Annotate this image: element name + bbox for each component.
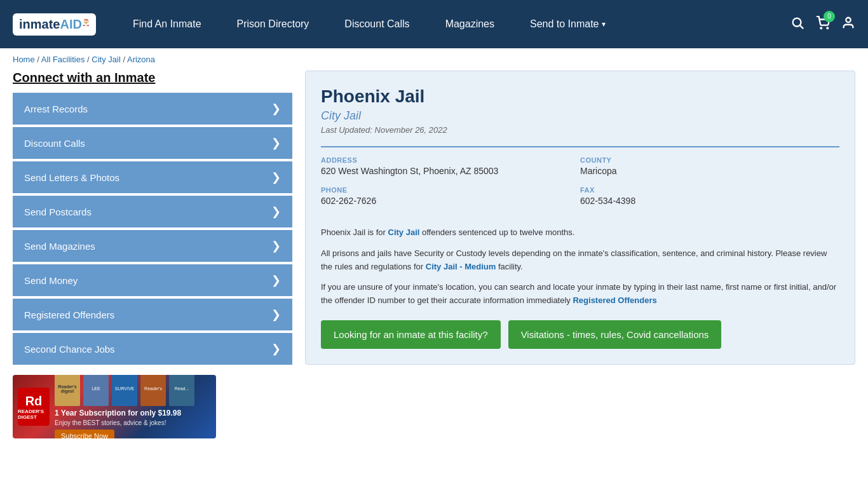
facility-updated: Last Updated: November 26, 2022 [321,125,839,135]
nav-discount-calls[interactable]: Discount Calls [327,18,427,30]
phone-label: PHONE [321,186,580,194]
chevron-right-icon: ❯ [271,308,281,322]
nav-send-to-inmate[interactable]: Send to Inmate ▾ [512,18,623,30]
address-label: ADDRESS [321,156,580,164]
find-inmate-button[interactable]: Looking for an inmate at this facility? [321,320,501,349]
facility-info-grid: ADDRESS 620 West Washington St, Phoenix,… [321,146,839,216]
sidebar-menu: Arrest Records ❯ Discount Calls ❯ Send L… [13,93,292,365]
nav-links: Find An Inmate Prison Directory Discount… [115,18,790,30]
description-1: Phoenix Jail is for City Jail offenders … [321,226,839,240]
svg-point-0 [793,18,801,26]
cart-button[interactable]: 0 [816,16,830,33]
chevron-right-icon: ❯ [271,342,281,356]
fax-label: FAX [580,186,839,194]
ad-logo-text: Rd [25,394,43,409]
breadcrumb-all-facilities[interactable]: All Facilities [41,55,85,64]
ad-subline: Enjoy the BEST stories, advice & jokes! [55,419,211,426]
sidebar-item-discount-calls[interactable]: Discount Calls ❯ [13,127,292,159]
phone-value: 602-262-7626 [321,196,580,206]
nav-find-inmate[interactable]: Find An Inmate [115,18,219,30]
ad-headline: 1 Year Subscription for only $19.98 [55,409,211,417]
chevron-right-icon: ❯ [271,273,281,287]
sidebar-item-send-letters-photos[interactable]: Send Letters & Photos ❯ [13,161,292,193]
svg-point-4 [846,17,850,22]
account-button[interactable] [841,16,855,33]
chevron-right-icon: ❯ [271,205,281,219]
registered-offenders-link[interactable]: Registered Offenders [573,295,656,305]
chevron-right-icon: ❯ [271,239,281,253]
ad-logo: Rd READER'S DIGEST [18,388,50,426]
facility-card: Phoenix Jail City Jail Last Updated: Nov… [305,71,855,365]
search-button[interactable] [790,16,804,33]
sidebar: Connect with an Inmate Arrest Records ❯ … [13,71,292,438]
ad-banner: Rd READER'S DIGEST Reader's digest LEE S… [13,375,216,438]
sidebar-item-arrest-records[interactable]: Arrest Records ❯ [13,93,292,125]
sidebar-item-second-chance-jobs[interactable]: Second Chance Jobs ❯ [13,333,292,365]
facility-name: Phoenix Jail [321,86,839,107]
breadcrumb-arizona[interactable]: Arizona [127,55,155,64]
santa-hat-icon: 🎅 [82,19,90,26]
fax-value: 602-534-4398 [580,196,839,206]
sidebar-item-send-money[interactable]: Send Money ❯ [13,264,292,296]
visitations-button[interactable]: Visitations - times, rules, Covid cancel… [508,320,722,349]
chevron-right-icon: ❯ [271,136,281,150]
action-buttons: Looking for an inmate at this facility? … [321,320,839,349]
county-value: Maricopa [580,166,839,176]
address-section: ADDRESS 620 West Washington St, Phoenix,… [321,156,580,176]
address-value: 620 West Washington St, Phoenix, AZ 8500… [321,166,580,176]
ad-subscribe-button[interactable]: Subscribe Now [55,430,114,438]
nav-prison-directory[interactable]: Prison Directory [219,18,327,30]
facility-type: City Jail [321,109,839,123]
nav-icons: 0 [790,16,855,33]
chevron-right-icon: ❯ [271,102,281,116]
main-container: Connect with an Inmate Arrest Records ❯ … [0,71,868,438]
breadcrumb-city-jail[interactable]: City Jail [92,55,121,64]
connect-title: Connect with an Inmate [13,71,292,85]
svg-line-1 [800,25,803,29]
nav-magazines[interactable]: Magazines [428,18,512,30]
svg-point-2 [820,27,822,29]
svg-point-3 [827,27,828,29]
ad-logo-small: READER'S DIGEST [18,409,50,420]
logo-text: inmateAID🎅 [19,17,90,32]
logo-box: inmateAID🎅 [13,13,96,36]
description-2: All prisons and jails have Security or C… [321,247,839,274]
navbar: inmateAID🎅 Find An Inmate Prison Directo… [0,0,868,48]
breadcrumb-home[interactable]: Home [13,55,35,64]
sidebar-item-registered-offenders[interactable]: Registered Offenders ❯ [13,299,292,330]
content-area: Phoenix Jail City Jail Last Updated: Nov… [305,71,855,438]
city-jail-link-1[interactable]: City Jail [388,227,420,237]
cart-badge: 0 [824,11,835,22]
breadcrumb: Home / All Facilities / City Jail / Ariz… [0,48,868,71]
county-section: COUNTY Maricopa [580,156,839,176]
chevron-right-icon: ❯ [271,170,281,184]
fax-section: FAX 602-534-4398 [580,186,839,206]
logo-aid: AID [60,17,81,31]
sidebar-item-send-postcards[interactable]: Send Postcards ❯ [13,196,292,227]
city-jail-medium-link[interactable]: City Jail - Medium [426,262,496,271]
phone-section: PHONE 602-262-7626 [321,186,580,206]
logo-area[interactable]: inmateAID🎅 [13,13,96,36]
county-label: COUNTY [580,156,839,164]
description-3: If you are unsure of your inmate's locat… [321,281,839,308]
sidebar-item-send-magazines[interactable]: Send Magazines ❯ [13,230,292,262]
